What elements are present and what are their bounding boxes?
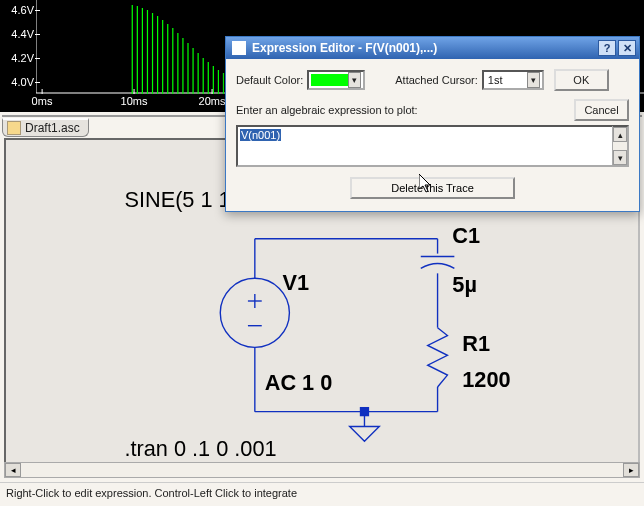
expression-text: V(n001) [240,129,281,141]
delete-trace-button[interactable]: Delete this Trace [350,177,515,199]
tran-directive[interactable]: .tran 0 .1 0 .001 [124,436,276,461]
scroll-left-button[interactable]: ◂ [5,463,21,477]
chevron-down-icon: ▾ [348,72,361,88]
attached-cursor-value: 1st [488,74,503,86]
expression-label: Enter an algebraic expression to plot: [236,104,418,116]
attached-cursor-select[interactable]: 1st ▾ [482,70,544,90]
r1-value[interactable]: 1200 [462,367,510,392]
scroll-down-button[interactable]: ▾ [613,150,627,165]
svg-rect-7 [361,408,369,416]
svg-point-2 [220,278,289,347]
cancel-button[interactable]: Cancel [574,99,629,121]
scroll-up-button[interactable]: ▴ [613,127,627,142]
dialog-titlebar[interactable]: Expression Editor - F(V(n001),...) ? ✕ [226,37,639,59]
scroll-right-button[interactable]: ▸ [623,463,639,477]
default-color-select[interactable]: ▾ [307,70,365,90]
dialog-sys-icon [232,41,246,55]
ok-button[interactable]: OK [554,69,609,91]
help-button[interactable]: ? [598,40,616,56]
plot-y-axis: 4.6V 4.4V 4.2V 4.0V [2,0,36,94]
v1-value[interactable]: AC 1 0 [265,370,333,395]
attached-cursor-label: Attached Cursor: [395,74,478,86]
horizontal-scrollbar[interactable]: ◂ ▸ [4,462,640,478]
expression-input[interactable]: V(n001) [236,125,614,167]
v1-name[interactable]: V1 [282,270,309,295]
color-swatch [311,74,348,86]
r1-name[interactable]: R1 [462,331,490,356]
expression-editor-dialog: Expression Editor - F(V(n001),...) ? ✕ D… [225,36,640,212]
c1-value[interactable]: 5µ [452,272,477,297]
default-color-label: Default Color: [236,74,303,86]
tab-label: Draft1.asc [25,121,80,135]
status-bar: Right-Click to edit expression. Control-… [0,482,644,506]
expression-scrollbar[interactable]: ▴ ▾ [612,125,629,167]
dialog-title-text: Expression Editor - F(V(n001),...) [252,41,437,55]
chevron-down-icon: ▾ [527,72,540,88]
tab-draft1[interactable]: Draft1.asc [2,118,89,137]
close-button[interactable]: ✕ [618,40,636,56]
schematic-file-icon [7,121,21,135]
c1-name[interactable]: C1 [452,223,480,248]
